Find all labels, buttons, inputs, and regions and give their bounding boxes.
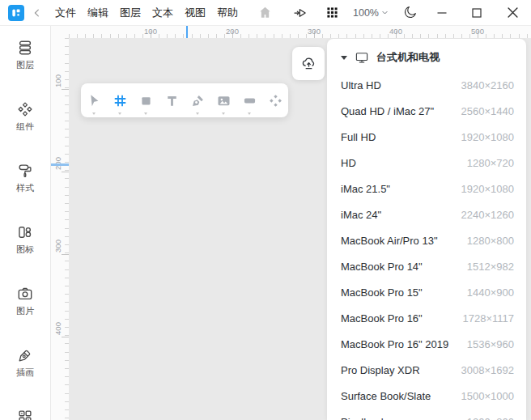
menu-text[interactable]: 文本 <box>147 1 179 25</box>
device-presets-panel: 台式机和电视 Ultra HD3840×2160 Quad HD / iMac … <box>327 39 526 420</box>
sidebar-label: 图片 <box>16 305 34 317</box>
pen-nib-icon <box>16 346 34 364</box>
frame-tool[interactable] <box>107 83 133 117</box>
ruler-corner <box>51 26 69 38</box>
sidebar-label: 样式 <box>16 182 34 194</box>
chevron-down-icon[interactable] <box>118 112 121 115</box>
sidebar-label: 组件 <box>16 121 34 133</box>
panel-section-header[interactable]: 台式机和电视 <box>327 39 526 72</box>
ruler-cursor-marker-vertical <box>51 163 69 166</box>
ruler-label: 100 <box>144 27 157 36</box>
component-tool[interactable] <box>262 83 288 117</box>
device-row[interactable]: Surface Book/Slate1500×1000 <box>327 383 526 409</box>
top-menubar: 文件 编辑 图层 文本 视图 帮助 100% <box>0 0 531 26</box>
icons8-icon <box>16 223 34 241</box>
frame-grid-icon <box>112 92 129 109</box>
device-row[interactable]: MacBook Pro 16" 20191536×960 <box>327 331 526 357</box>
device-row[interactable]: Pixelbook1200×800 <box>327 409 526 420</box>
chevron-down-icon[interactable] <box>144 112 147 115</box>
caret-down-icon[interactable] <box>341 56 347 60</box>
ruler-label: 100 <box>51 74 64 87</box>
shape-tool[interactable] <box>133 83 159 117</box>
ui-kit-grid-icon <box>16 408 34 420</box>
camera-icon <box>16 285 34 303</box>
sidebar-label: 图层 <box>16 59 34 71</box>
text-tool[interactable] <box>159 83 185 117</box>
menu-items: 文件 编辑 图层 文本 视图 帮助 <box>49 1 244 25</box>
back-chevron-icon[interactable] <box>32 7 43 19</box>
sidebar-label: 图标 <box>16 244 34 256</box>
horizontal-ruler: 100 200 300 400 500 <box>69 26 531 38</box>
device-row[interactable]: iMac 21.5"1920×1080 <box>327 176 526 202</box>
cloud-upload-icon <box>300 55 317 72</box>
image-tool[interactable] <box>210 83 236 117</box>
sidebar-item-icons[interactable]: 图标 <box>16 223 34 256</box>
cloud-upload-button[interactable] <box>292 47 325 80</box>
menu-file[interactable]: 文件 <box>49 1 82 25</box>
design-canvas[interactable]: 台式机和电视 Ultra HD3840×2160 Quad HD / iMac … <box>69 38 531 420</box>
app-window: 文件 编辑 图层 文本 视图 帮助 100% <box>0 0 531 420</box>
ruler-label: 400 <box>51 322 64 335</box>
ruler-label: 500 <box>471 27 484 36</box>
zoom-level-value: 100% <box>353 7 379 19</box>
pen-tool[interactable] <box>185 83 210 117</box>
device-row[interactable]: Pro Display XDR3008×1692 <box>327 357 526 383</box>
device-row[interactable]: MacBook Pro 16"1728×1117 <box>327 305 526 331</box>
device-row[interactable]: Full HD1920×1080 <box>327 124 526 150</box>
ruler-label: 300 <box>308 27 321 36</box>
ruler-label: 200 <box>226 27 239 36</box>
ruler-label: 300 <box>51 240 64 252</box>
device-preset-list: Ultra HD3840×2160 Quad HD / iMac 27"2560… <box>327 72 526 420</box>
sidebar-item-illustrations[interactable]: 插画 <box>16 346 34 379</box>
left-sidebar: 图层 组件 样式 图标 图片 <box>0 26 51 420</box>
monitor-icon <box>355 50 369 65</box>
apps-grid-icon[interactable] <box>325 6 339 19</box>
button-tool[interactable] <box>236 83 262 117</box>
sidebar-item-components[interactable]: 组件 <box>16 100 34 133</box>
device-row[interactable]: iMac 24"2240×1260 <box>327 202 526 227</box>
zoom-level-dropdown[interactable]: 100% <box>353 7 389 19</box>
components-icon <box>16 100 34 118</box>
device-row[interactable]: MacBook Pro 15"1440×900 <box>327 279 526 305</box>
sidebar-item-ui-kit[interactable]: UI组件 <box>12 408 39 420</box>
ruler-label: 400 <box>389 27 402 36</box>
sidebar-label: 插画 <box>16 367 34 379</box>
chevron-down-icon[interactable] <box>248 112 251 115</box>
home-icon[interactable] <box>257 5 273 20</box>
panel-section-title: 台式机和电视 <box>376 50 440 65</box>
device-row[interactable]: HD1280×720 <box>327 150 526 176</box>
dark-mode-moon-icon[interactable] <box>402 5 418 20</box>
close-button[interactable] <box>508 7 518 18</box>
chevron-down-icon[interactable] <box>222 112 225 115</box>
maximize-button[interactable] <box>472 8 482 18</box>
device-row[interactable]: Quad HD / iMac 27"2560×1440 <box>327 98 526 124</box>
layers-icon <box>16 39 34 57</box>
chevron-down-icon[interactable] <box>196 112 199 115</box>
menu-help[interactable]: 帮助 <box>211 1 244 25</box>
ruler-cursor-marker-horizontal <box>186 26 188 38</box>
floating-toolbar <box>81 83 288 117</box>
styles-paint-roller-icon <box>16 162 34 180</box>
menu-edit[interactable]: 编辑 <box>82 1 114 25</box>
sidebar-item-images[interactable]: 图片 <box>16 285 34 317</box>
minimize-button[interactable] <box>437 8 447 18</box>
menu-view[interactable]: 视图 <box>179 1 211 25</box>
move-tool[interactable] <box>81 83 107 117</box>
device-row[interactable]: Ultra HD3840×2160 <box>327 72 526 98</box>
menu-layer[interactable]: 图层 <box>114 1 147 25</box>
chevron-down-icon[interactable] <box>92 112 96 115</box>
sidebar-item-styles[interactable]: 样式 <box>16 162 34 194</box>
chevron-down-icon <box>381 9 389 16</box>
present-run-icon[interactable] <box>292 5 308 21</box>
device-row[interactable]: MacBook Pro 14"1512×982 <box>327 253 526 279</box>
vertical-ruler: 100 200 300 400 <box>51 38 69 420</box>
sidebar-item-layers[interactable]: 图层 <box>16 39 34 71</box>
device-row[interactable]: MacBook Air/Pro 13"1280×800 <box>327 227 526 253</box>
app-logo-icon[interactable] <box>8 5 24 21</box>
